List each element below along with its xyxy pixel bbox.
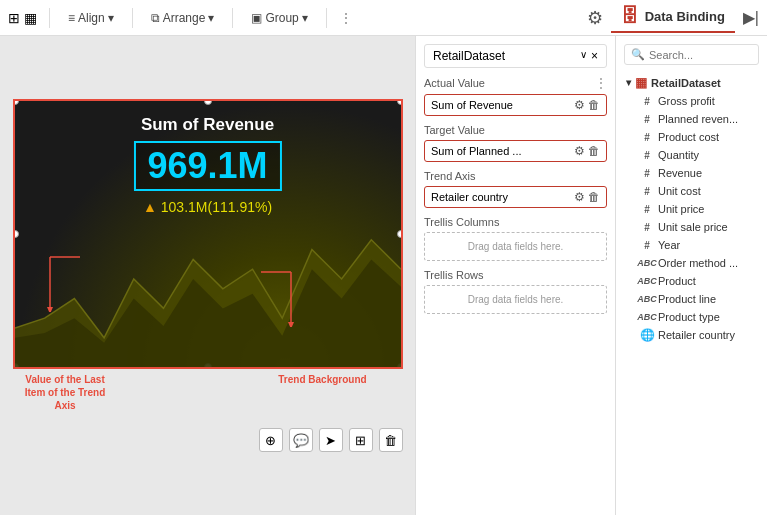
- field-item[interactable]: #Unit price: [624, 200, 759, 218]
- field-name: Quantity: [658, 149, 699, 161]
- hash-icon: #: [640, 202, 654, 216]
- dataset-close[interactable]: ×: [591, 49, 598, 63]
- field-item[interactable]: ABCProduct line: [624, 290, 759, 308]
- settings-icon[interactable]: ⚙: [587, 7, 603, 29]
- actual-value-inner: Sum of Revenue: [431, 99, 513, 111]
- field-item[interactable]: #Unit sale price: [624, 218, 759, 236]
- database-icon: 🗄: [621, 6, 639, 27]
- left-arrow-svg: [40, 252, 120, 312]
- hash-icon: #: [640, 184, 654, 198]
- trend-axis-inner: Retailer country: [431, 191, 508, 203]
- trellis-columns-placeholder: Drag data fields here.: [468, 241, 564, 252]
- target-value-inner: Sum of Planned ...: [431, 145, 522, 157]
- widget-btn-delete[interactable]: 🗑: [379, 428, 403, 452]
- arrange-button[interactable]: ⧉ Arrange ▾: [145, 8, 221, 28]
- trellis-rows-drop[interactable]: Drag data fields here.: [424, 285, 607, 314]
- resize-tr[interactable]: [397, 99, 403, 105]
- actual-value-more[interactable]: ⋮: [595, 76, 607, 90]
- widget-btn-grid[interactable]: ⊞: [349, 428, 373, 452]
- abc-icon: ABC: [640, 292, 654, 306]
- target-value-delete-btn[interactable]: 🗑: [588, 144, 600, 158]
- field-item[interactable]: #Year: [624, 236, 759, 254]
- right-panel: RetailDataset ∨ × Actual Value ⋮ Sum of …: [415, 36, 767, 515]
- globe-icon: 🌐: [640, 328, 654, 342]
- field-item[interactable]: #Unit cost: [624, 182, 759, 200]
- field-name: Revenue: [658, 167, 702, 179]
- field-item[interactable]: #Quantity: [624, 146, 759, 164]
- search-input[interactable]: [649, 49, 752, 61]
- canvas-area: Sum of Revenue 969.1M ▲ 103.1M(111.91%) …: [0, 36, 415, 515]
- hash-icon: #: [640, 220, 654, 234]
- abc-icon: ABC: [640, 274, 654, 288]
- align-button[interactable]: ≡ Align ▾: [62, 8, 120, 28]
- dataset-parent-row[interactable]: ▾ ▦ RetailDataset: [624, 73, 759, 92]
- target-value-field: Sum of Planned ...: [431, 145, 522, 157]
- field-name: Planned reven...: [658, 113, 738, 125]
- widget-btn-add[interactable]: ⊕: [259, 428, 283, 452]
- field-name: Order method ...: [658, 257, 738, 269]
- trend-axis-delete-btn[interactable]: 🗑: [588, 190, 600, 204]
- main-toolbar: ⊞ ▦ ≡ Align ▾ ⧉ Arrange ▾ ▣ Group ▾ ⋮ ⚙ …: [0, 0, 767, 36]
- group-button[interactable]: ▣ Group ▾: [245, 8, 313, 28]
- align-chevron: ▾: [108, 11, 114, 25]
- dataset-chevron[interactable]: ∨: [580, 49, 587, 63]
- widget-btn-comment[interactable]: 💬: [289, 428, 313, 452]
- svg-marker-7: [288, 322, 294, 327]
- chart-diff-text: 103.1M(111.91%): [161, 199, 272, 215]
- field-item[interactable]: ABCProduct type: [624, 308, 759, 326]
- hash-icon: #: [640, 112, 654, 126]
- arrange-icon: ⧉: [151, 11, 160, 25]
- trend-axis-field-box: Retailer country ⚙ 🗑: [424, 186, 607, 208]
- align-icon: ≡: [68, 11, 75, 25]
- chart-value: 969.1M: [133, 141, 281, 191]
- data-binding-tab[interactable]: 🗄 Data Binding: [611, 2, 735, 33]
- toolbar-right: ⚙ 🗄 Data Binding ▶|: [587, 2, 759, 33]
- trend-axis-settings-btn[interactable]: ⚙: [574, 190, 585, 204]
- field-item[interactable]: #Product cost: [624, 128, 759, 146]
- field-item[interactable]: ABCOrder method ...: [624, 254, 759, 272]
- more-options-button[interactable]: ⋮: [339, 10, 353, 26]
- search-box[interactable]: 🔍: [624, 44, 759, 65]
- dataset-selector-buttons: ∨ ×: [580, 49, 598, 63]
- hash-icon: #: [640, 94, 654, 108]
- field-name: Product type: [658, 311, 720, 323]
- field-item[interactable]: #Gross profit: [624, 92, 759, 110]
- actual-value-delete-btn[interactable]: 🗑: [588, 98, 600, 112]
- divider-1: [49, 8, 50, 28]
- trend-axis-label: Trend Axis: [424, 170, 476, 182]
- field-item[interactable]: #Planned reven...: [624, 110, 759, 128]
- dataset-selector[interactable]: RetailDataset ∨ ×: [424, 44, 607, 68]
- field-item[interactable]: ABCProduct: [624, 272, 759, 290]
- actual-value-buttons: ⚙ 🗑: [574, 98, 600, 112]
- dataset-parent-name: RetailDataset: [651, 77, 721, 89]
- trellis-rows-label: Trellis Rows: [424, 269, 484, 281]
- panel-toggle-icon[interactable]: ▶|: [743, 8, 759, 27]
- chart-widget[interactable]: Sum of Revenue 969.1M ▲ 103.1M(111.91%): [13, 99, 403, 369]
- field-item[interactable]: #Revenue: [624, 164, 759, 182]
- arrange-chevron: ▾: [208, 11, 214, 25]
- field-name: Unit sale price: [658, 221, 728, 233]
- target-value-section: Target Value: [424, 124, 607, 136]
- trellis-columns-drop[interactable]: Drag data fields here.: [424, 232, 607, 261]
- group-icon: ▣: [251, 11, 262, 25]
- field-name: Year: [658, 239, 680, 251]
- field-item[interactable]: 🌐Retailer country: [624, 326, 759, 344]
- resize-tl[interactable]: [13, 99, 19, 105]
- widget-btn-arrow[interactable]: ➤: [319, 428, 343, 452]
- target-value-settings-btn[interactable]: ⚙: [574, 144, 585, 158]
- annotation-right-text: Trend Background: [273, 373, 373, 386]
- binding-panel: RetailDataset ∨ × Actual Value ⋮ Sum of …: [416, 36, 616, 515]
- field-name: Product cost: [658, 131, 719, 143]
- resize-tm[interactable]: [204, 99, 212, 105]
- abc-icon: ABC: [640, 256, 654, 270]
- fields-panel: 🔍 ▾ ▦ RetailDataset #Gross profit#Planne…: [616, 36, 767, 515]
- divider-3: [232, 8, 233, 28]
- svg-marker-4: [47, 307, 53, 312]
- annotation-left-text: Value of the Last Item of the Trend Axis: [18, 373, 113, 412]
- divider-4: [326, 8, 327, 28]
- actual-value-field-box: Sum of Revenue ⚙ 🗑: [424, 94, 607, 116]
- field-name: Retailer country: [658, 329, 735, 341]
- search-icon: 🔍: [631, 48, 645, 61]
- trend-axis-field: Retailer country: [431, 191, 508, 203]
- actual-value-settings-btn[interactable]: ⚙: [574, 98, 585, 112]
